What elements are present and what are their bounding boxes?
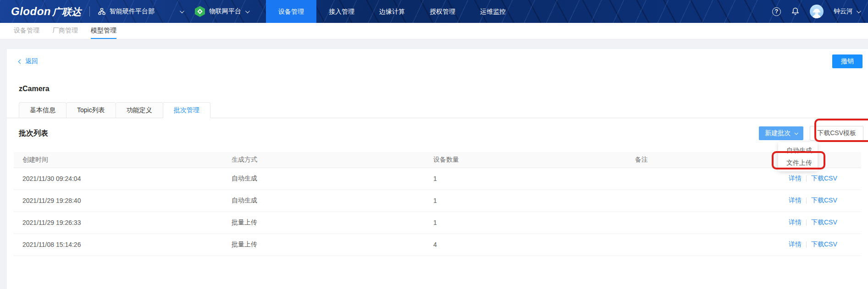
user-menu[interactable]: 钟云河 [834, 7, 860, 16]
column-header-created: 创建时间 [14, 152, 223, 168]
platform-selector-label: 物联网平台 [209, 7, 241, 16]
cell-count: 4 [425, 234, 626, 256]
detail-link[interactable]: 详情 [789, 196, 802, 205]
column-header-remark: 备注 [626, 152, 780, 168]
back-link-label: 返回 [25, 57, 38, 65]
chevron-down-icon [180, 9, 184, 13]
username-text: 钟云河 [834, 7, 853, 16]
iot-platform-icon [195, 6, 205, 17]
tab-topic-list[interactable]: Topic列表 [66, 102, 116, 118]
cell-remark [626, 168, 780, 190]
org-selector[interactable]: 智能硬件平台部 [98, 7, 183, 16]
card-header-row: 返回 撤销 [7, 49, 868, 68]
cell-remark [626, 234, 780, 256]
secondary-nav: 设备管理厂商管理模型管理 [0, 23, 868, 39]
top-navbar: Glodon 广联达 智能硬件平台部 物联网平台 设备管理接入管理边缘计算授权管… [0, 0, 868, 23]
tab-basic-info[interactable]: 基本信息 [19, 102, 66, 118]
dropdown-item-auto-generate[interactable]: 自动生成 [778, 144, 818, 157]
notification-bell-icon[interactable] [791, 7, 800, 16]
row-actions: 详情下载CSV [789, 218, 861, 227]
page-background: 返回 撤销 zCamera 基本信息Topic列表功能定义批次管理 批次列表 新… [0, 39, 868, 289]
help-icon[interactable]: ? [772, 7, 781, 16]
batch-table-body: 2021/11/30 09:24:04自动生成1详情下载CSV2021/11/2… [14, 168, 861, 256]
cell-remark [626, 190, 780, 212]
batch-table: 创建时间 生成方式 设备数量 备注 操作 2021/11/30 09:24:04… [14, 152, 861, 256]
new-batch-button[interactable]: 新建批次 [759, 126, 803, 140]
row-actions: 详情下载CSV [789, 174, 861, 183]
column-header-method: 生成方式 [223, 152, 425, 168]
download-csv-link[interactable]: 下载CSV [811, 218, 837, 227]
row-actions: 详情下载CSV [789, 240, 861, 249]
action-divider [806, 175, 807, 182]
chevron-down-icon [857, 9, 861, 13]
detail-link[interactable]: 详情 [789, 174, 802, 183]
cell-actions: 详情下载CSV [780, 234, 861, 256]
cell-method: 批量上传 [223, 212, 425, 234]
nav-item-ops-monitoring[interactable]: 运维监控 [468, 0, 518, 23]
navbar-right-tools: ? 钟云河 [772, 5, 860, 18]
org-selector-label: 智能硬件平台部 [110, 7, 155, 16]
download-csv-link[interactable]: 下载CSV [811, 240, 837, 249]
chevron-down-icon [245, 9, 250, 13]
dropdown-item-file-upload[interactable]: 文件上传 [778, 157, 818, 169]
download-csv-link[interactable]: 下载CSV [811, 174, 837, 183]
nav-item-access-management[interactable]: 接入管理 [316, 0, 367, 23]
glodon-logo: Glodon 广联达 [11, 5, 81, 18]
platform-selector[interactable]: 物联网平台 [195, 6, 249, 17]
revoke-button[interactable]: 撤销 [832, 55, 862, 68]
model-title: zCamera [7, 68, 868, 93]
batch-section-header: 批次列表 新建批次 下载CSV模板 [7, 118, 868, 141]
content-card: 返回 撤销 zCamera 基本信息Topic列表功能定义批次管理 批次列表 新… [7, 49, 868, 289]
cell-count: 1 [425, 168, 626, 190]
cell-created: 2021/11/30 09:24:04 [14, 168, 223, 190]
primary-nav-menu: 设备管理接入管理边缘计算授权管理运维监控 [266, 0, 518, 23]
cell-method: 自动生成 [223, 190, 425, 212]
org-chart-icon [98, 8, 105, 15]
tab-batch-management[interactable]: 批次管理 [163, 102, 210, 118]
detail-link[interactable]: 详情 [789, 218, 802, 227]
action-divider [806, 241, 807, 248]
new-batch-button-label: 新建批次 [765, 129, 791, 137]
cell-actions: 详情下载CSV [780, 212, 861, 234]
cell-created: 2021/11/29 19:26:33 [14, 212, 223, 234]
cell-remark [626, 212, 780, 234]
download-csv-link[interactable]: 下载CSV [811, 196, 837, 205]
cell-actions: 详情下载CSV [780, 190, 861, 212]
column-header-count: 设备数量 [425, 152, 626, 168]
subnav-tab-vendor-management[interactable]: 厂商管理 [52, 23, 78, 39]
table-header-row: 创建时间 生成方式 设备数量 备注 操作 [14, 152, 861, 168]
logo-brand-cn-text: 广联达 [52, 5, 81, 18]
chevron-left-icon [18, 59, 23, 64]
nav-item-edge-computing[interactable]: 边缘计算 [367, 0, 417, 23]
chevron-down-icon [795, 131, 798, 135]
table-row: 2021/11/29 19:28:40自动生成1详情下载CSV [14, 190, 861, 212]
table-row: 2021/11/29 19:26:33批量上传1详情下载CSV [14, 212, 861, 234]
tab-function-definition[interactable]: 功能定义 [116, 102, 163, 118]
cell-count: 1 [425, 212, 626, 234]
logo-brand-text: Glodon [11, 5, 51, 18]
action-divider [806, 219, 807, 226]
row-actions: 详情下载CSV [789, 196, 861, 205]
subnav-tab-device-management[interactable]: 设备管理 [14, 23, 39, 39]
action-divider [806, 197, 807, 204]
subnav-tab-model-management[interactable]: 模型管理 [91, 23, 116, 39]
download-csv-template-button[interactable]: 下载CSV模板 [810, 126, 863, 141]
cell-method: 批量上传 [223, 234, 425, 256]
cell-created: 2021/11/08 15:14:26 [14, 234, 223, 256]
new-batch-dropdown-menu: 自动生成文件上传 [778, 142, 818, 171]
cell-count: 1 [425, 190, 626, 212]
nav-item-device-management[interactable]: 设备管理 [266, 0, 316, 23]
detail-link[interactable]: 详情 [789, 240, 802, 249]
user-avatar[interactable] [810, 5, 824, 18]
table-row: 2021/11/30 09:24:04自动生成1详情下载CSV [14, 168, 861, 190]
nav-item-auth-management[interactable]: 授权管理 [417, 0, 468, 23]
cell-created: 2021/11/29 19:28:40 [14, 190, 223, 212]
back-link[interactable]: 返回 [19, 57, 38, 65]
batch-list-title: 批次列表 [19, 129, 759, 138]
cell-method: 自动生成 [223, 168, 425, 190]
table-row: 2021/11/08 15:14:26批量上传4详情下载CSV [14, 234, 861, 256]
detail-tabs: 基本信息Topic列表功能定义批次管理 [7, 102, 868, 118]
navbar-divider [89, 6, 90, 16]
